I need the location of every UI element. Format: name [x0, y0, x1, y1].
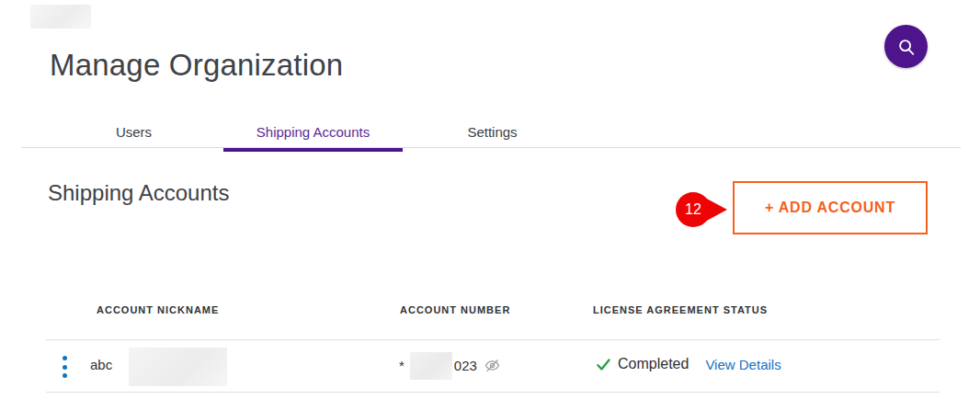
manage-organization-page: Manage Organization Users Shipping Accou…	[0, 0, 980, 411]
check-icon	[596, 357, 611, 372]
table-row: abc * 023 Completed View Details	[46, 339, 940, 393]
row-menu-button[interactable]	[57, 354, 72, 380]
active-tab-underline	[223, 148, 403, 152]
account-number-suffix: 023	[454, 358, 477, 373]
column-header-license-agreement-status: LICENSE AGREEMENT STATUS	[593, 304, 768, 315]
tab-shipping-accounts-label: Shipping Accounts	[256, 124, 370, 140]
status-text: Completed	[618, 356, 689, 372]
page-title: Manage Organization	[50, 48, 343, 83]
search-icon	[896, 37, 917, 57]
search-button[interactable]	[884, 25, 928, 68]
eye-off-icon[interactable]	[484, 357, 501, 374]
account-number-mask-prefix: *	[399, 358, 405, 373]
add-account-button[interactable]: + ADD ACCOUNT	[733, 181, 928, 234]
section-title: Shipping Accounts	[48, 180, 229, 206]
tab-users-label: Users	[116, 124, 152, 140]
view-details-link[interactable]: View Details	[705, 357, 781, 372]
redacted-logo	[30, 5, 91, 29]
tab-bar: Users Shipping Accounts Settings	[44, 116, 582, 148]
column-header-account-number: ACCOUNT NUMBER	[400, 304, 510, 315]
account-nickname-value: abc	[90, 357, 112, 372]
table-header-row: ACCOUNT NICKNAME ACCOUNT NUMBER LICENSE …	[0, 304, 980, 317]
tabs-divider	[21, 147, 961, 148]
kebab-menu-icon	[63, 356, 67, 360]
tab-settings-label: Settings	[467, 124, 517, 140]
tab-settings[interactable]: Settings	[403, 116, 582, 148]
annotation-pointer: 12	[676, 192, 727, 227]
tab-shipping-accounts[interactable]: Shipping Accounts	[223, 116, 403, 148]
redacted-account-nickname	[129, 348, 227, 386]
tab-users[interactable]: Users	[44, 116, 223, 148]
account-number-cell: * 023	[399, 357, 501, 374]
redacted-account-number	[410, 352, 452, 380]
column-header-account-nickname: ACCOUNT NICKNAME	[97, 304, 219, 315]
annotation-badge: 12	[676, 192, 711, 227]
license-agreement-status-cell: Completed View Details	[596, 356, 781, 372]
